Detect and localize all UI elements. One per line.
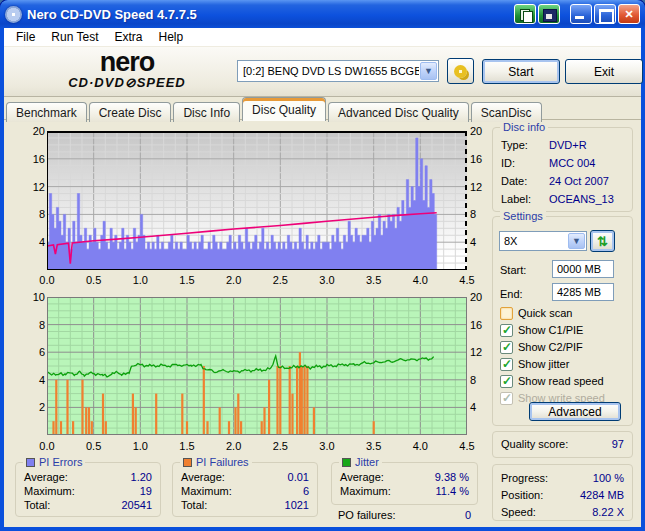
settings-group: Settings 8X ▼ ⇅ Start: 0000 MB End: 4285… [492,216,633,426]
x-axis-tick-label: 1.0 [127,274,153,286]
start-field[interactable]: 0000 MB [552,260,614,278]
y-axis-tick-label: 8 [21,319,45,331]
menu-help[interactable]: Help [151,29,192,45]
checkbox-label: Show C2/PIF [518,341,583,353]
checkbox-box[interactable]: ✓ [500,392,513,405]
disc-info-label: ID: [501,157,549,171]
progress-value: 4284 MB [580,489,624,503]
toolbar: nero CD·DVD⊘SPEED [0:2] BENQ DVD LS DW16… [4,47,641,97]
drive-selector[interactable]: [0:2] BENQ DVD LS DW1655 BCGB ▼ [237,60,439,82]
tab-benchmark[interactable]: Benchmark [6,102,87,122]
checkbox-label: Show C1/PIE [518,324,583,336]
x-axis-tick-label: 4.5 [454,274,480,286]
checkbox-show-c2-pif[interactable]: ✓Show C2/PIF [500,340,583,354]
x-axis-tick-label: 1.5 [174,274,200,286]
stats-group-title: PI Errors [23,456,85,468]
stats-group-title: Jitter [339,456,382,468]
menu-run-test[interactable]: Run Test [43,29,106,45]
disc-info-row: ID:MCC 004 [501,157,624,171]
checkbox-box[interactable]: ✓ [500,324,513,337]
stats-row: Maximum:19 [24,485,152,499]
stats-group-pi-errors: PI ErrorsAverage:1.20Maximum:19Total:205… [15,462,161,517]
tab-scandisc[interactable]: ScanDisc [471,102,542,122]
stats-row: Total:20541 [24,499,152,513]
y-axis-tick-label: 10 [21,291,45,303]
y-axis-tick-label: 4 [21,236,45,248]
disc-info-row: Type:DVD+R [501,139,624,153]
progress-value: 8.22 X [592,506,624,520]
minimize-button[interactable] [570,4,592,24]
advanced-button[interactable]: Advanced [529,402,621,421]
stats-value: 20541 [121,499,152,513]
jitter-legend-icon [342,458,351,467]
stats-title-text: PI Errors [39,456,82,468]
minimize-icon [571,5,591,23]
menu-extra[interactable]: Extra [106,29,150,45]
tab-create-disc[interactable]: Create Disc [89,102,172,122]
checkbox-label: Show jitter [518,358,569,370]
checkbox-box[interactable]: ✓ [500,375,513,388]
checkbox-box[interactable] [500,307,513,320]
stats-value: 1.20 [131,471,152,485]
y-axis-tick-label: 6 [21,346,45,358]
checkbox-show-read-speed[interactable]: ✓Show read speed [500,374,604,388]
pi-errors-legend-icon [26,458,35,467]
tab-advanced-disc-quality[interactable]: Advanced Disc Quality [328,102,469,122]
stats-row: Average:9.38 % [340,471,469,485]
progress-value: 100 % [593,472,624,486]
progress-label: Progress: [501,472,548,486]
progress-label: Speed: [501,506,536,520]
y-axis-tick-label: 20 [470,291,494,303]
tab-disc-info[interactable]: Disc Info [173,102,240,122]
checkbox-box[interactable]: ✓ [500,358,513,371]
eject-disc-button[interactable] [447,58,474,84]
disc-info-title: Disc info [500,121,548,133]
check-icon: ✓ [502,340,512,354]
disc-info-row: Date:24 Oct 2007 [501,175,624,189]
disc-info-label: Type: [501,139,549,153]
x-axis-tick-label: 3.5 [361,440,387,452]
checkbox-label: Show read speed [518,375,604,387]
stats-label: Average: [24,471,68,485]
chevron-down-icon[interactable]: ▼ [568,233,585,249]
maximize-button[interactable] [594,4,616,24]
disc-info-label: Date: [501,175,549,189]
check-icon: ✓ [502,357,512,371]
chevron-down-icon[interactable]: ▼ [420,62,437,80]
close-button[interactable]: ✕ [618,4,640,24]
end-field[interactable]: 4285 MB [552,283,614,301]
disc-info-value: DVD+R [549,139,587,153]
y-axis-tick-label: 16 [21,153,45,165]
checkbox-show-jitter[interactable]: ✓Show jitter [500,357,569,371]
y-axis-tick-label: 8 [21,208,45,220]
y-axis-tick-label: 12 [21,181,45,193]
refresh-button[interactable]: ⇅ [590,230,615,252]
y-axis-tick-label: 16 [470,153,494,165]
progress-group: Progress:100 %Position:4284 MBSpeed:8.22… [492,464,633,521]
save-button[interactable] [538,4,560,24]
start-button[interactable]: Start [482,59,560,84]
menu-file[interactable]: File [8,29,43,45]
tab-disc-quality[interactable]: Disc Quality [242,97,326,121]
exit-button[interactable]: Exit [565,59,643,84]
stats-group-jitter: JitterAverage:9.38 %Maximum:11.4 % [331,462,478,505]
nero-logo: nero CD·DVD⊘SPEED [32,50,222,90]
stats-row: Total:1021 [181,499,309,513]
x-axis-tick-label: 3.0 [314,274,340,286]
stats-title-text: PI Failures [196,456,249,468]
stats-row: Average:0.01 [181,471,309,485]
checkbox-quick-scan[interactable]: Quick scan [500,306,572,320]
checkbox-label: Quick scan [518,307,572,319]
drive-selector-value: [0:2] BENQ DVD LS DW1655 BCGB [238,65,419,77]
y-axis-tick-label: 20 [21,125,45,137]
checkbox-show-c1-pie[interactable]: ✓Show C1/PIE [500,323,583,337]
quality-score-value: 97 [612,438,624,452]
stats-label: Maximum: [24,485,75,499]
checkbox-box[interactable]: ✓ [500,341,513,354]
stats-value: 19 [140,485,152,499]
y-axis-tick-label: 12 [470,346,494,358]
speed-select[interactable]: 8X ▼ [499,231,587,251]
copy-button[interactable] [514,4,536,24]
y-axis-tick-label: 16 [470,319,494,331]
x-axis-tick-label: 4.0 [407,440,433,452]
